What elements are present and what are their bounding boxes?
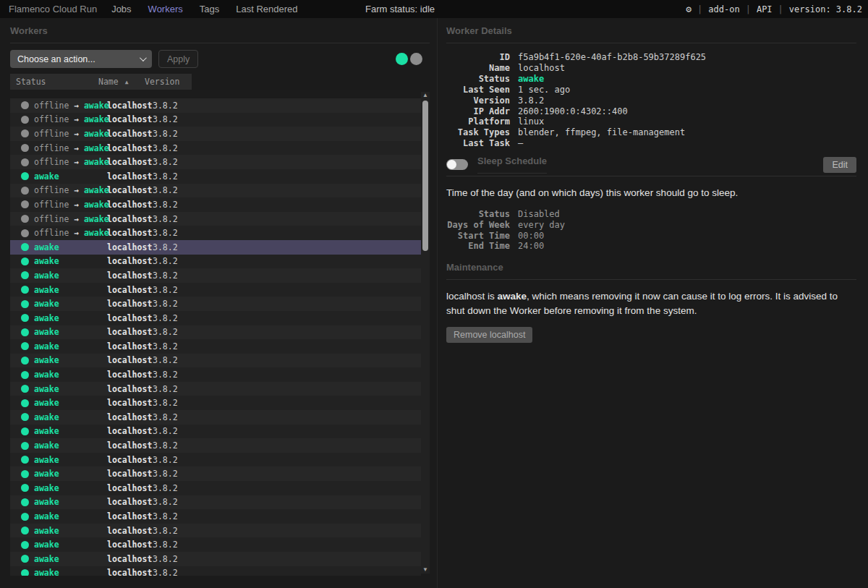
worker-row[interactable]: awakelocalhost3.8.2 [10, 453, 421, 467]
worker-status-dot [21, 300, 29, 308]
status-summary-dots [396, 53, 422, 65]
status-awake-label: awake [79, 143, 109, 153]
api-link[interactable]: API [757, 4, 773, 14]
nav-item-last-rendered[interactable]: Last Rendered [236, 4, 297, 14]
worker-row[interactable]: awakelocalhost3.8.2 [10, 481, 421, 495]
worker-row[interactable]: awakelocalhost3.8.2 [10, 495, 421, 510]
detail-field-row: Platformlinux [446, 116, 856, 127]
worker-name-cell: localhost [107, 313, 153, 323]
remove-worker-button[interactable]: Remove localhost [446, 327, 532, 343]
worker-row[interactable]: offline → awakelocalhost3.8.2 [10, 98, 421, 113]
column-header-version[interactable]: Version [145, 77, 192, 87]
worker-row[interactable]: awakelocalhost3.8.2 [10, 255, 421, 269]
status-awake-label: awake [79, 185, 109, 195]
worker-row[interactable]: awakelocalhost3.8.2 [10, 169, 421, 184]
worker-status-dot [21, 200, 29, 208]
worker-row[interactable]: awakelocalhost3.8.2 [10, 268, 421, 283]
action-select[interactable]: Choose an action... [10, 50, 152, 68]
nav-item-tags[interactable]: Tags [200, 4, 219, 14]
worker-row[interactable]: offline → awakelocalhost3.8.2 [10, 184, 421, 198]
worker-name-cell: localhost [107, 185, 153, 195]
worker-row[interactable]: awakelocalhost3.8.2 [10, 283, 421, 297]
column-header-status[interactable]: Status [10, 77, 98, 87]
status-summary-dot-awake [396, 53, 408, 65]
nav-item-workers[interactable]: Workers [148, 4, 183, 14]
worker-row[interactable]: awakelocalhost3.8.2 [10, 537, 421, 552]
worker-row[interactable]: awakelocalhost3.8.2 [10, 396, 421, 410]
maintenance-text-status: awake [498, 291, 527, 302]
worker-row[interactable]: awakelocalhost3.8.2 [10, 566, 421, 576]
status-awake-label: awake [79, 129, 109, 139]
worker-status-dot [21, 314, 29, 322]
worker-row[interactable]: offline → awakelocalhost3.8.2 [10, 226, 421, 240]
worker-name-cell: localhost [107, 497, 153, 507]
edit-sleep-schedule-button[interactable]: Edit [823, 157, 856, 173]
sleep-schedule-toggle[interactable] [446, 159, 468, 170]
workers-table-body: offline → awakelocalhost3.8.2offline → a… [10, 90, 421, 576]
worker-row[interactable]: awakelocalhost3.8.2 [10, 240, 421, 255]
worker-row[interactable]: awakelocalhost3.8.2 [10, 367, 421, 382]
worker-row[interactable]: awakelocalhost3.8.2 [10, 297, 421, 311]
status-awake-label: awake [34, 270, 59, 281]
worker-version-cell: 3.8.2 [153, 157, 178, 167]
column-header-name-label: Name [98, 77, 119, 87]
scrollbar-track[interactable] [421, 99, 430, 566]
status-awake-label: awake [34, 355, 59, 365]
worker-row[interactable]: awakelocalhost3.8.2 [10, 339, 421, 354]
worker-version-cell: 3.8.2 [153, 143, 178, 153]
worker-row[interactable]: awakelocalhost3.8.2 [10, 354, 421, 368]
gear-icon[interactable]: ⚙ [686, 4, 692, 14]
worker-row[interactable]: offline → awakelocalhost3.8.2 [10, 127, 421, 141]
status-awake-label: awake [34, 256, 59, 266]
scroll-down-icon[interactable]: ▼ [422, 566, 428, 574]
addon-link[interactable]: add-on [708, 4, 739, 14]
worker-name-cell: localhost [107, 370, 153, 380]
worker-name-cell: localhost [107, 285, 153, 295]
scroll-up-icon[interactable]: ▲ [422, 92, 428, 99]
worker-row[interactable]: awakelocalhost3.8.2 [10, 311, 421, 325]
field-label: End Time [446, 241, 510, 252]
worker-name-cell: localhost [107, 554, 153, 564]
worker-row[interactable]: awakelocalhost3.8.2 [10, 410, 421, 425]
worker-status-dot [21, 243, 29, 251]
worker-row[interactable]: offline → awakelocalhost3.8.2 [10, 197, 421, 212]
worker-row[interactable]: awakelocalhost3.8.2 [10, 425, 421, 439]
worker-name-cell: localhost [107, 129, 153, 139]
worker-row[interactable]: awakelocalhost3.8.2 [10, 552, 421, 566]
status-offline-label: offline [34, 114, 74, 124]
worker-row[interactable]: awakelocalhost3.8.2 [10, 466, 421, 481]
workers-toolbar: Choose an action... Apply [10, 50, 430, 68]
worker-row[interactable]: offline → awakelocalhost3.8.2 [10, 212, 421, 226]
sort-ascending-icon: ▲ [125, 79, 129, 85]
worker-row[interactable]: awakelocalhost3.8.2 [10, 509, 421, 524]
scrollbar-thumb[interactable] [422, 101, 428, 251]
worker-row[interactable]: awakelocalhost3.8.2 [10, 382, 421, 396]
worker-row[interactable]: awakelocalhost3.8.2 [10, 524, 421, 538]
worker-status-dot [21, 158, 29, 166]
worker-status-dot [21, 129, 29, 137]
nav-item-jobs[interactable]: Jobs [111, 4, 131, 14]
worker-row[interactable]: offline → awakelocalhost3.8.2 [10, 141, 421, 155]
status-awake-label: awake [34, 370, 59, 380]
worker-row[interactable]: offline → awakelocalhost3.8.2 [10, 113, 421, 127]
detail-field-row: IP Addr2600:1900:0:4302::400 [446, 106, 856, 117]
status-awake-label: awake [34, 299, 59, 309]
worker-row[interactable]: awakelocalhost3.8.2 [10, 438, 421, 453]
worker-row[interactable]: offline → awakelocalhost3.8.2 [10, 155, 421, 169]
field-value: – [518, 138, 523, 149]
column-header-name[interactable]: Name ▲ [98, 77, 145, 87]
status-awake-label: awake [34, 554, 59, 564]
status-awake-label: awake [79, 157, 109, 167]
table-scrollbar[interactable]: ▲ ▼ [421, 92, 430, 574]
worker-status-cell: awake [34, 270, 107, 281]
field-label: Name [446, 63, 510, 74]
field-value: 00:00 [518, 231, 544, 242]
worker-version-cell: 3.8.2 [153, 129, 178, 139]
worker-version-cell: 3.8.2 [153, 568, 178, 576]
worker-row[interactable]: awakelocalhost3.8.2 [10, 325, 421, 340]
status-awake-label: awake [34, 497, 59, 507]
apply-button[interactable]: Apply [158, 50, 198, 68]
field-label: Platform [446, 116, 510, 127]
worker-version-cell: 3.8.2 [153, 483, 178, 493]
field-value: 1 sec. ago [518, 85, 570, 95]
